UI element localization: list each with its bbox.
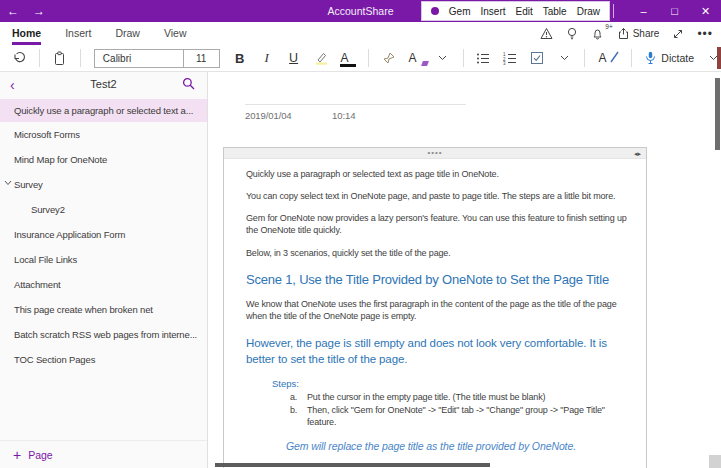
formatting-dropdown-chevron-icon[interactable]: [436, 55, 450, 61]
section-title: Test2: [0, 78, 207, 90]
fullscreen-diagonal-icon[interactable]: [672, 28, 684, 40]
step-item-b[interactable]: b. Then, click "Gem for OneNote" -> "Edi…: [290, 405, 632, 429]
gem-menu-table[interactable]: Table: [543, 6, 567, 17]
gem-menu-edit[interactable]: Edit: [516, 6, 533, 17]
lightbulb-icon[interactable]: [566, 27, 578, 40]
scrollbar-corner: [709, 455, 721, 468]
step-item-a[interactable]: a. Put the cursor in the empty page titl…: [290, 392, 632, 404]
paragraph[interactable]: We know that OneNote uses the first para…: [246, 298, 632, 322]
app-body: ‹ Test2 Quickly use a paragraph or selec…: [0, 72, 721, 468]
close-button[interactable]: ✕: [690, 0, 721, 22]
ribbon-tab-bar: Home Insert Draw View 9+ Share •••: [0, 22, 721, 45]
window-controls: – □ ✕: [613, 0, 721, 22]
page-item-insurance-form[interactable]: Insurance Application Form: [0, 222, 207, 247]
notification-badge: 9+: [605, 23, 612, 30]
toolbar-divider: [39, 49, 40, 67]
add-page-button[interactable]: + Page: [0, 440, 207, 468]
onenote-window: ← → AccountShare Gem Insert Edit Table D…: [0, 0, 721, 468]
share-button[interactable]: Share: [617, 27, 660, 40]
ink-editor-button[interactable]: A: [598, 51, 612, 65]
tags-dropdown-chevron-icon[interactable]: [557, 55, 571, 61]
toolbar-divider: [631, 49, 632, 67]
paste-clipboard-button[interactable]: [53, 51, 67, 66]
back-arrow-icon[interactable]: ←: [0, 4, 26, 18]
page-item-local-file-links[interactable]: Local File Links: [0, 247, 207, 272]
page-item-attachment[interactable]: Attachment: [0, 272, 207, 297]
minimize-button[interactable]: –: [628, 0, 659, 22]
add-page-label: Page: [28, 449, 53, 461]
font-color-swatch: [340, 64, 356, 67]
horizontal-scrollbar-thumb[interactable]: [215, 463, 490, 467]
paragraph[interactable]: You can copy select text in OneNote page…: [246, 190, 632, 202]
tab-view[interactable]: View: [164, 22, 187, 45]
paragraph[interactable]: Quickly use a paragraph or selected text…: [246, 168, 632, 180]
page-item-microsoft-forms[interactable]: Microsoft Forms: [0, 122, 207, 147]
page-date: 2019/01/04: [245, 110, 292, 121]
page-item-batch-rss[interactable]: Batch scratch RSS web pages from interne…: [0, 322, 207, 347]
highlighter-button[interactable]: [314, 51, 328, 65]
notifications-bell-icon[interactable]: 9+: [591, 27, 604, 40]
scene1-heading[interactable]: Scene 1, Use the Title Provided by OneNo…: [246, 272, 632, 287]
svg-text:3: 3: [503, 61, 506, 65]
paragraph[interactable]: Gem for OneNote now provides a lazy pers…: [246, 212, 632, 236]
numbered-list-button[interactable]: 123: [503, 52, 517, 65]
dictate-button[interactable]: Dictate: [645, 51, 694, 65]
gem-addin-menubar: Gem Insert Edit Table Draw: [422, 2, 609, 20]
note-text-content: Quickly use a paragraph or selected text…: [224, 159, 646, 452]
ribbon-right-icons: 9+ Share •••: [540, 22, 713, 45]
page-item-survey2[interactable]: Survey2: [0, 197, 207, 222]
todo-tag-checkbox-button[interactable]: [530, 51, 544, 65]
page-item-toc-section[interactable]: TOC Section Pages: [0, 347, 207, 372]
forward-arrow-icon[interactable]: →: [26, 4, 52, 18]
container-grip-icon[interactable]: ••••: [224, 147, 646, 158]
gem-menu-gem[interactable]: Gem: [449, 6, 471, 17]
tab-draw[interactable]: Draw: [115, 22, 140, 45]
maximize-button[interactable]: □: [659, 0, 690, 22]
page-canvas[interactable]: 2019/01/04 10:14 •••• ◂▸ Quickly use a p…: [208, 72, 721, 468]
gem-menu-draw[interactable]: Draw: [577, 6, 600, 17]
clear-formatting-button[interactable]: A: [409, 51, 423, 65]
page-item-survey[interactable]: Survey: [0, 172, 207, 197]
container-resize-icon[interactable]: ◂▸: [634, 148, 641, 159]
underline-button[interactable]: U: [287, 51, 301, 65]
collapse-chevron-icon[interactable]: [4, 180, 12, 186]
page-list-sidebar: ‹ Test2 Quickly use a paragraph or selec…: [0, 72, 208, 468]
italic-button[interactable]: I: [260, 50, 274, 66]
home-ribbon-toolbar: Calibri 11 B I U A A 123: [0, 45, 721, 72]
format-painter-button[interactable]: [382, 51, 396, 65]
gem-note-italic[interactable]: Gem will replace the page title as the t…: [286, 440, 632, 452]
alert-triangle-icon[interactable]: [540, 27, 553, 40]
ribbon-overflow-ellipsis-icon[interactable]: •••: [697, 27, 713, 41]
scrollbar-upper-accent: [717, 47, 721, 69]
tab-insert[interactable]: Insert: [65, 22, 91, 45]
bullet-list-button[interactable]: [476, 52, 490, 65]
steps-list: a. Put the cursor in the empty page titl…: [290, 392, 632, 429]
page-item-mind-map[interactable]: Mind Map for OneNote: [0, 147, 207, 172]
paragraph[interactable]: Below, in 3 scenarios, quickly set the t…: [246, 247, 632, 259]
page-title-underline[interactable]: [245, 104, 466, 105]
bold-button[interactable]: B: [233, 51, 247, 66]
page-item-broken-net[interactable]: This page create when broken net: [0, 297, 207, 322]
window-controls-divider: [613, 4, 614, 18]
font-name-select[interactable]: Calibri: [95, 50, 183, 67]
undo-button[interactable]: [12, 51, 26, 65]
toolbar-divider: [584, 49, 585, 67]
gem-menu-insert[interactable]: Insert: [481, 6, 506, 17]
font-size-select[interactable]: 11: [184, 50, 219, 67]
toolbar-divider: [368, 49, 369, 67]
steps-label[interactable]: Steps:: [272, 378, 632, 389]
share-label: Share: [633, 28, 660, 39]
title-bar: ← → AccountShare Gem Insert Edit Table D…: [0, 0, 721, 22]
font-color-button[interactable]: A: [341, 51, 355, 65]
note-outline-container[interactable]: •••• ◂▸ Quickly use a paragraph or selec…: [223, 147, 647, 468]
tab-home[interactable]: Home: [12, 22, 41, 45]
paragraph-blue[interactable]: However, the page is still empty and doe…: [246, 335, 632, 367]
plus-icon: +: [13, 448, 21, 462]
page-item-quickly-use[interactable]: Quickly use a paragraph or selected text…: [0, 99, 207, 122]
search-icon[interactable]: [182, 77, 195, 90]
font-controls: Calibri 11: [94, 49, 220, 68]
page-timestamp: 2019/01/04 10:14: [245, 110, 355, 121]
page-time: 10:14: [332, 110, 355, 121]
outline-container-header[interactable]: •••• ◂▸: [224, 148, 646, 159]
vertical-scrollbar-thumb[interactable]: [715, 78, 720, 150]
